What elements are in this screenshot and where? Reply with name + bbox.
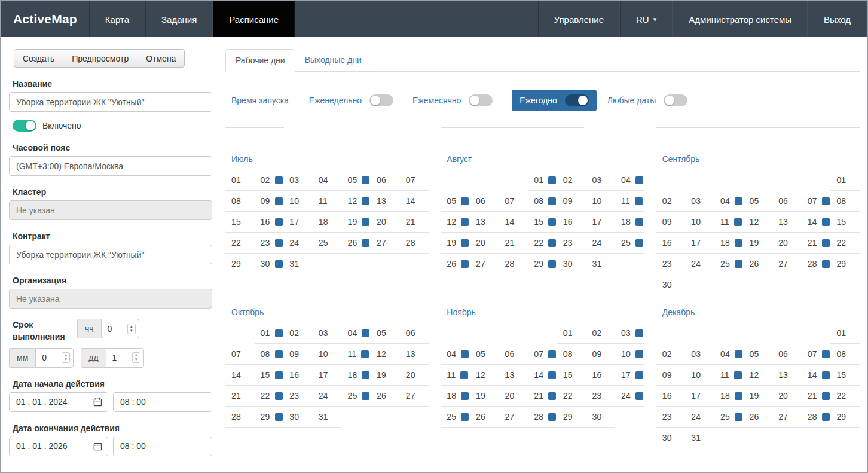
weekly-toggle[interactable] [369,94,393,106]
day-cell-Август-14[interactable]: 14 [499,212,528,233]
day-cell-Август-11[interactable]: 11 [615,191,644,212]
day-cell-Октябрь-22[interactable]: 22 [255,386,284,407]
day-cell-Июль-15[interactable]: 15 [225,212,255,233]
stepper-arrows-icon[interactable]: ▲▼ [132,352,140,363]
day-cell-Август-04[interactable]: 04 [615,170,644,191]
minutes-input[interactable]: 0 ▲▼ [35,348,74,368]
day-cell-Декабрь-24[interactable]: 24 [685,407,714,428]
day-cell-Август-01[interactable]: 01 [528,170,557,191]
day-cell-Июль-19[interactable]: 19 [341,212,371,233]
day-cell-Сентябрь-24[interactable]: 24 [685,254,714,274]
day-cell-Сентябрь-10[interactable]: 10 [685,212,714,233]
day-cell-Ноябрь-01[interactable]: 01 [557,323,586,344]
day-cell-Сентябрь-28[interactable]: 28 [802,254,831,274]
day-cell-Ноябрь-26[interactable]: 26 [470,407,499,428]
day-cell-Ноябрь-06[interactable]: 06 [499,344,528,365]
day-cell-Октябрь-02[interactable]: 02 [283,323,313,344]
mode-yearly[interactable]: Ежегодно [512,90,596,111]
day-cell-Октябрь-25[interactable]: 25 [341,386,371,407]
day-cell-Октябрь-20[interactable]: 20 [400,365,429,386]
day-cell-Июль-06[interactable]: 06 [371,170,400,191]
monthly-toggle[interactable] [469,94,493,106]
day-cell-Октябрь-29[interactable]: 29 [255,407,284,428]
day-cell-Ноябрь-25[interactable]: 25 [441,407,470,428]
day-cell-Декабрь-09[interactable]: 09 [656,365,686,386]
day-cell-Июль-11[interactable]: 11 [313,191,342,212]
day-cell-Ноябрь-29[interactable]: 29 [557,407,586,428]
day-cell-Октябрь-26[interactable]: 26 [371,386,400,407]
day-cell-Октябрь-10[interactable]: 10 [313,344,342,365]
day-cell-Июль-25[interactable]: 25 [313,233,342,254]
enabled-toggle[interactable] [13,120,36,132]
day-cell-Декабрь-25[interactable]: 25 [714,407,744,428]
day-cell-Сентябрь-29[interactable]: 29 [830,254,860,274]
day-cell-Июль-18[interactable]: 18 [313,212,342,233]
any-dates-toggle[interactable] [664,94,687,106]
day-cell-Июль-13[interactable]: 13 [371,191,400,212]
day-cell-Август-24[interactable]: 24 [586,233,615,254]
day-cell-Сентябрь-11[interactable]: 11 [714,212,744,233]
day-cell-Июль-21[interactable]: 21 [400,212,429,233]
day-cell-Август-09[interactable]: 09 [557,191,586,212]
day-cell-Октябрь-14[interactable]: 14 [225,365,255,386]
day-cell-Июль-20[interactable]: 20 [371,212,400,233]
day-cell-Октябрь-12[interactable]: 12 [371,344,400,365]
day-cell-Декабрь-06[interactable]: 06 [772,344,802,365]
day-cell-Октябрь-06[interactable]: 06 [400,323,429,344]
day-cell-Октябрь-24[interactable]: 24 [313,386,342,407]
day-cell-Июль-22[interactable]: 22 [225,233,255,254]
days-stepper[interactable]: дд 1 ▲▼ [81,348,143,368]
day-cell-Август-17[interactable]: 17 [586,212,615,233]
day-cell-Ноябрь-22[interactable]: 22 [557,386,586,407]
day-cell-Ноябрь-27[interactable]: 27 [499,407,528,428]
day-cell-Декабрь-01[interactable]: 01 [830,323,860,344]
day-cell-Ноябрь-20[interactable]: 20 [499,386,528,407]
day-cell-Октябрь-28[interactable]: 28 [225,407,255,428]
cancel-button[interactable]: Отмена [137,49,185,68]
preview-button[interactable]: Предпросмотр [63,49,137,68]
day-cell-Сентябрь-26[interactable]: 26 [744,254,773,274]
day-cell-Ноябрь-28[interactable]: 28 [528,407,557,428]
day-cell-Август-31[interactable]: 31 [586,254,615,274]
day-cell-Октябрь-13[interactable]: 13 [400,344,429,365]
day-cell-Август-02[interactable]: 02 [557,170,586,191]
day-cell-Ноябрь-10[interactable]: 10 [615,344,644,365]
day-cell-Август-07[interactable]: 07 [499,191,528,212]
day-cell-Ноябрь-08[interactable]: 08 [557,344,586,365]
stepper-arrows-icon[interactable]: ▲▼ [62,352,70,363]
day-cell-Декабрь-14[interactable]: 14 [802,365,831,386]
day-cell-Сентябрь-30[interactable]: 30 [656,274,686,295]
nav-item-logout[interactable]: Выход [808,1,867,37]
day-cell-Декабрь-29[interactable]: 29 [830,407,860,428]
day-cell-Ноябрь-13[interactable]: 13 [499,365,528,386]
nav-item-schedule[interactable]: Расписание [213,1,295,37]
day-cell-Сентябрь-27[interactable]: 27 [772,254,802,274]
day-cell-Декабрь-19[interactable]: 19 [744,386,773,407]
day-cell-Ноябрь-04[interactable]: 04 [441,344,470,365]
day-cell-Август-23[interactable]: 23 [557,233,586,254]
day-cell-Август-18[interactable]: 18 [615,212,644,233]
day-cell-Август-10[interactable]: 10 [586,191,615,212]
day-cell-Август-25[interactable]: 25 [615,233,644,254]
day-cell-Июль-14[interactable]: 14 [400,191,429,212]
day-cell-Декабрь-11[interactable]: 11 [714,365,744,386]
day-cell-Август-08[interactable]: 08 [528,191,557,212]
day-cell-Август-15[interactable]: 15 [528,212,557,233]
day-cell-Июль-31[interactable]: 31 [283,254,313,274]
day-cell-Июль-30[interactable]: 30 [255,254,284,274]
day-cell-Сентябрь-14[interactable]: 14 [802,212,831,233]
day-cell-Август-19[interactable]: 19 [441,233,470,254]
start-date-input[interactable]: 01 . 01 . 2024 [9,392,108,412]
day-cell-Октябрь-21[interactable]: 21 [225,386,255,407]
day-cell-Декабрь-15[interactable]: 15 [830,365,860,386]
day-cell-Октябрь-31[interactable]: 31 [313,407,342,428]
day-cell-Август-06[interactable]: 06 [470,191,499,212]
day-cell-Июль-05[interactable]: 05 [341,170,371,191]
day-cell-Август-16[interactable]: 16 [557,212,586,233]
day-cell-Октябрь-23[interactable]: 23 [283,386,313,407]
day-cell-Ноябрь-09[interactable]: 09 [586,344,615,365]
day-cell-Август-22[interactable]: 22 [528,233,557,254]
day-cell-Октябрь-03[interactable]: 03 [313,323,342,344]
hours-input[interactable]: 0 ▲▼ [101,319,139,338]
day-cell-Сентябрь-12[interactable]: 12 [744,212,773,233]
